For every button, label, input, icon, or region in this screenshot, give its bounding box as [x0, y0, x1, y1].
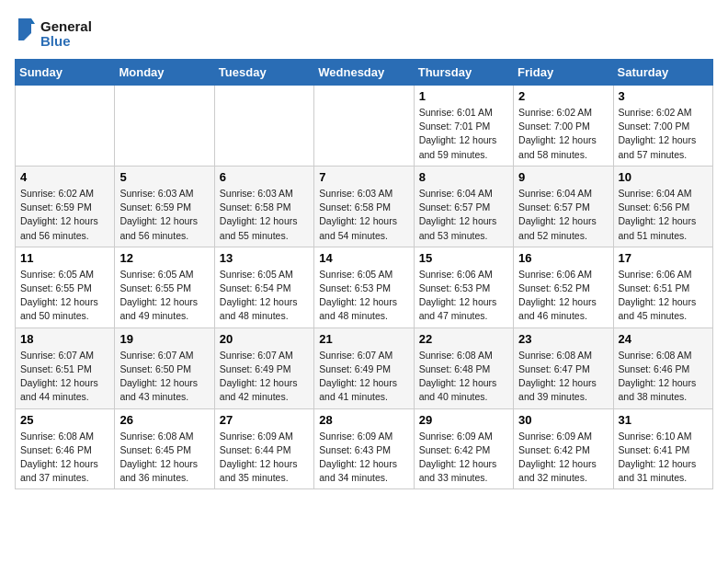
- day-info: Sunrise: 6:08 AMSunset: 6:46 PMDaylight:…: [20, 430, 109, 486]
- day-cell: 11Sunrise: 6:05 AMSunset: 6:55 PMDayligh…: [16, 247, 115, 327]
- day-info: Sunrise: 6:05 AMSunset: 6:55 PMDaylight:…: [119, 268, 209, 324]
- day-info: Sunrise: 6:03 AMSunset: 6:58 PMDaylight:…: [220, 187, 309, 243]
- day-number: 26: [119, 413, 209, 427]
- day-number: 17: [619, 251, 708, 265]
- day-info: Sunrise: 6:05 AMSunset: 6:55 PMDaylight:…: [20, 268, 109, 324]
- day-cell: 7Sunrise: 6:03 AMSunset: 6:58 PMDaylight…: [314, 166, 414, 247]
- day-info: Sunrise: 6:07 AMSunset: 6:50 PMDaylight:…: [119, 349, 209, 405]
- day-number: 10: [619, 170, 708, 184]
- day-cell: 9Sunrise: 6:04 AMSunset: 6:57 PMDaylight…: [514, 166, 613, 247]
- day-info: Sunrise: 6:07 AMSunset: 6:49 PMDaylight:…: [220, 349, 309, 405]
- day-number: 23: [518, 332, 608, 346]
- day-number: 6: [220, 170, 309, 184]
- day-number: 2: [518, 89, 608, 103]
- day-cell: 17Sunrise: 6:06 AMSunset: 6:51 PMDayligh…: [613, 247, 712, 327]
- day-info: Sunrise: 6:07 AMSunset: 6:51 PMDaylight:…: [20, 349, 109, 405]
- day-cell: 29Sunrise: 6:09 AMSunset: 6:42 PMDayligh…: [414, 408, 513, 489]
- day-number: 7: [319, 170, 408, 184]
- day-number: 13: [220, 251, 309, 265]
- day-number: 21: [319, 332, 408, 346]
- week-row-4: 18Sunrise: 6:07 AMSunset: 6:51 PMDayligh…: [16, 327, 713, 408]
- day-cell: [214, 86, 313, 167]
- day-info: Sunrise: 6:05 AMSunset: 6:54 PMDaylight:…: [220, 268, 309, 324]
- day-number: 1: [419, 89, 508, 103]
- day-number: 18: [20, 332, 109, 346]
- day-info: Sunrise: 6:03 AMSunset: 6:58 PMDaylight:…: [319, 187, 408, 243]
- day-info: Sunrise: 6:02 AMSunset: 7:00 PMDaylight:…: [619, 106, 708, 162]
- day-cell: [115, 86, 214, 167]
- day-cell: [16, 86, 115, 167]
- day-cell: 26Sunrise: 6:08 AMSunset: 6:45 PMDayligh…: [115, 408, 214, 489]
- weekday-header-wednesday: Wednesday: [314, 60, 414, 86]
- day-number: 9: [518, 170, 608, 184]
- day-info: Sunrise: 6:06 AMSunset: 6:53 PMDaylight:…: [419, 268, 508, 324]
- week-row-3: 11Sunrise: 6:05 AMSunset: 6:55 PMDayligh…: [16, 247, 713, 327]
- day-info: Sunrise: 6:03 AMSunset: 6:59 PMDaylight:…: [119, 187, 209, 243]
- day-number: 19: [119, 332, 209, 346]
- day-info: Sunrise: 6:04 AMSunset: 6:57 PMDaylight:…: [518, 187, 608, 243]
- day-info: Sunrise: 6:09 AMSunset: 6:44 PMDaylight:…: [220, 430, 309, 486]
- day-cell: 19Sunrise: 6:07 AMSunset: 6:50 PMDayligh…: [115, 327, 214, 408]
- day-cell: 14Sunrise: 6:05 AMSunset: 6:53 PMDayligh…: [314, 247, 414, 327]
- day-cell: 21Sunrise: 6:07 AMSunset: 6:49 PMDayligh…: [314, 327, 414, 408]
- day-info: Sunrise: 6:04 AMSunset: 6:56 PMDaylight:…: [619, 187, 708, 243]
- svg-text:General: General: [40, 18, 92, 34]
- day-info: Sunrise: 6:08 AMSunset: 6:46 PMDaylight:…: [619, 349, 708, 405]
- day-info: Sunrise: 6:01 AMSunset: 7:01 PMDaylight:…: [419, 106, 508, 162]
- day-cell: 24Sunrise: 6:08 AMSunset: 6:46 PMDayligh…: [613, 327, 712, 408]
- day-cell: 13Sunrise: 6:05 AMSunset: 6:54 PMDayligh…: [214, 247, 313, 327]
- day-cell: 27Sunrise: 6:09 AMSunset: 6:44 PMDayligh…: [214, 408, 313, 489]
- day-info: Sunrise: 6:04 AMSunset: 6:57 PMDaylight:…: [419, 187, 508, 243]
- day-number: 27: [220, 413, 309, 427]
- weekday-header-sunday: Sunday: [16, 60, 115, 86]
- day-info: Sunrise: 6:06 AMSunset: 6:51 PMDaylight:…: [619, 268, 708, 324]
- weekday-header-tuesday: Tuesday: [214, 60, 313, 86]
- day-cell: 2Sunrise: 6:02 AMSunset: 7:00 PMDaylight…: [514, 86, 613, 167]
- day-cell: 4Sunrise: 6:02 AMSunset: 6:59 PMDaylight…: [16, 166, 115, 247]
- day-info: Sunrise: 6:09 AMSunset: 6:42 PMDaylight:…: [419, 430, 508, 486]
- weekday-header-row: SundayMondayTuesdayWednesdayThursdayFrid…: [16, 60, 713, 86]
- day-cell: 20Sunrise: 6:07 AMSunset: 6:49 PMDayligh…: [214, 327, 313, 408]
- day-info: Sunrise: 6:08 AMSunset: 6:45 PMDaylight:…: [119, 430, 209, 486]
- day-number: 25: [20, 413, 109, 427]
- day-number: 14: [319, 251, 408, 265]
- day-cell: 16Sunrise: 6:06 AMSunset: 6:52 PMDayligh…: [514, 247, 613, 327]
- day-info: Sunrise: 6:02 AMSunset: 7:00 PMDaylight:…: [518, 106, 608, 162]
- day-cell: 12Sunrise: 6:05 AMSunset: 6:55 PMDayligh…: [115, 247, 214, 327]
- day-number: 28: [319, 413, 408, 427]
- day-cell: 15Sunrise: 6:06 AMSunset: 6:53 PMDayligh…: [414, 247, 513, 327]
- day-number: 22: [419, 332, 508, 346]
- day-info: Sunrise: 6:02 AMSunset: 6:59 PMDaylight:…: [20, 187, 109, 243]
- day-cell: 8Sunrise: 6:04 AMSunset: 6:57 PMDaylight…: [414, 166, 513, 247]
- day-number: 31: [619, 413, 708, 427]
- day-cell: 1Sunrise: 6:01 AMSunset: 7:01 PMDaylight…: [414, 86, 513, 167]
- weekday-header-saturday: Saturday: [613, 60, 712, 86]
- day-number: 12: [119, 251, 209, 265]
- weekday-header-thursday: Thursday: [414, 60, 513, 86]
- day-number: 8: [419, 170, 508, 184]
- weekday-header-friday: Friday: [514, 60, 613, 86]
- day-number: 30: [518, 413, 608, 427]
- day-info: Sunrise: 6:08 AMSunset: 6:47 PMDaylight:…: [518, 349, 608, 405]
- day-number: 16: [518, 251, 608, 265]
- day-cell: 31Sunrise: 6:10 AMSunset: 6:41 PMDayligh…: [613, 408, 712, 489]
- day-info: Sunrise: 6:09 AMSunset: 6:42 PMDaylight:…: [518, 430, 608, 486]
- logo: General Blue: [15, 15, 97, 52]
- day-info: Sunrise: 6:07 AMSunset: 6:49 PMDaylight:…: [319, 349, 408, 405]
- weekday-header-monday: Monday: [115, 60, 214, 86]
- day-info: Sunrise: 6:10 AMSunset: 6:41 PMDaylight:…: [619, 430, 708, 486]
- logo-svg: General Blue: [15, 15, 97, 52]
- day-cell: 6Sunrise: 6:03 AMSunset: 6:58 PMDaylight…: [214, 166, 313, 247]
- day-number: 4: [20, 170, 109, 184]
- day-number: 24: [619, 332, 708, 346]
- day-number: 11: [20, 251, 109, 265]
- svg-text:Blue: Blue: [40, 33, 71, 49]
- day-cell: 22Sunrise: 6:08 AMSunset: 6:48 PMDayligh…: [414, 327, 513, 408]
- week-row-5: 25Sunrise: 6:08 AMSunset: 6:46 PMDayligh…: [16, 408, 713, 489]
- day-info: Sunrise: 6:05 AMSunset: 6:53 PMDaylight:…: [319, 268, 408, 324]
- day-cell: 18Sunrise: 6:07 AMSunset: 6:51 PMDayligh…: [16, 327, 115, 408]
- day-cell: 3Sunrise: 6:02 AMSunset: 7:00 PMDaylight…: [613, 86, 712, 167]
- day-number: 29: [419, 413, 508, 427]
- calendar-table: SundayMondayTuesdayWednesdayThursdayFrid…: [15, 59, 713, 489]
- day-cell: 25Sunrise: 6:08 AMSunset: 6:46 PMDayligh…: [16, 408, 115, 489]
